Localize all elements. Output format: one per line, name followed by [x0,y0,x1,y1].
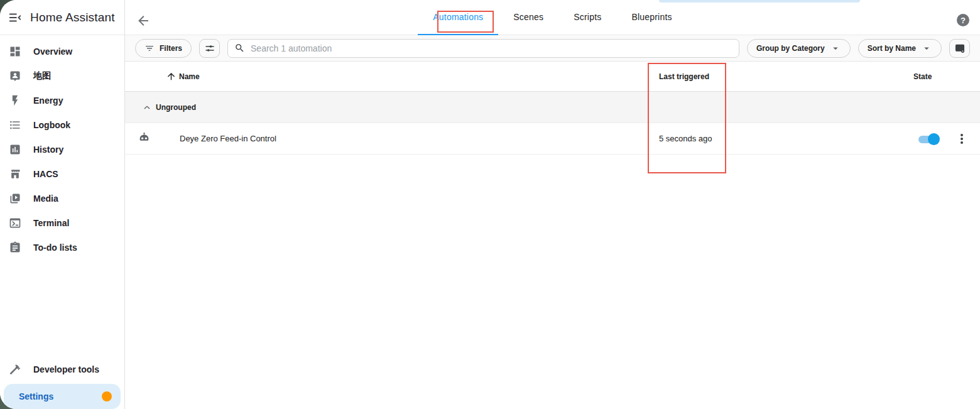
sort-by-label: Sort by Name [868,44,916,53]
sidebar-item-overview[interactable]: Overview [0,39,124,63]
table-header: Name Last triggered State [125,62,980,92]
column-header-label: Last triggered [659,72,709,81]
toolbar: Filters Group by Category Sort by Name [125,35,980,62]
sidebar-toggle-icon[interactable] [8,10,23,25]
sidebar-item-label: Settings [19,391,53,401]
sidebar-item-media[interactable]: Media [0,186,124,210]
sort-arrow-up-icon [166,71,177,82]
table-gear-icon [954,43,966,54]
notification-badge [102,391,112,401]
table-settings-button[interactable] [949,39,970,58]
hacs-storefront-icon [9,168,21,180]
automation-last-triggered: 5 seconds ago [659,123,712,154]
tab-blueprints[interactable]: Blueprints [616,0,687,35]
empty-area [125,155,980,409]
sidebar-item-history[interactable]: History [0,137,124,161]
sidebar-item-label: 地图 [33,70,51,82]
group-by-button[interactable]: Group by Category [747,39,851,58]
tab-automations[interactable]: Automations [418,0,498,35]
filters-button[interactable]: Filters [135,39,192,58]
sidebar-bottom: Developer tools Settings [0,357,124,409]
help-icon[interactable]: ? [957,14,969,26]
home-assistant-window: Home Assistant Overview 地图 Energy [0,0,980,409]
sidebar-item-map[interactable]: 地图 [0,63,124,88]
sidebar-item-todo-lists[interactable]: To-do lists [0,235,124,259]
robot-icon [138,132,151,145]
sidebar-item-energy[interactable]: Energy [0,88,124,112]
sidebar: Home Assistant Overview 地图 Energy [0,0,125,409]
sidebar-item-label: Logbook [33,120,70,130]
column-header-last-triggered[interactable]: Last triggered [659,62,709,91]
sidebar-item-developer-tools[interactable]: Developer tools [0,357,124,381]
logbook-icon [9,119,21,131]
main-content: Automations Scenes Scripts Blueprints ? … [125,0,980,409]
sidebar-item-terminal[interactable]: Terminal [0,210,124,235]
search-icon [234,43,245,53]
search-input[interactable] [251,43,732,53]
state-toggle[interactable] [918,133,940,145]
energy-icon [9,94,21,107]
tab-bar: Automations Scenes Scripts Blueprints [418,0,687,35]
chevron-down-icon [830,43,841,54]
group-row-ungrouped[interactable]: Ungrouped [125,92,980,123]
sidebar-item-label: Energy [33,95,63,106]
map-icon [9,70,21,82]
top-highlight-decoration [659,0,860,3]
table-row[interactable]: Deye Zero Feed-in Control 5 seconds ago [125,123,980,155]
sidebar-item-label: Terminal [33,218,69,228]
sort-by-button[interactable]: Sort by Name [858,39,942,58]
automation-name: Deye Zero Feed-in Control [180,123,276,154]
tab-scenes[interactable]: Scenes [498,0,558,35]
sidebar-item-label: To-do lists [33,243,77,253]
sidebar-item-label: Developer tools [33,364,99,374]
column-header-label: State [913,72,932,81]
media-icon [9,192,21,205]
sidebar-item-hacs[interactable]: HACS [0,161,124,186]
sidebar-item-settings[interactable]: Settings [4,384,121,409]
group-label: Ungrouped [156,92,196,123]
history-icon [9,143,21,156]
developer-tools-hammer-icon [9,363,21,376]
chevron-up-icon [141,102,153,113]
sidebar-header: Home Assistant [0,0,124,35]
tab-scripts[interactable]: Scripts [558,0,616,35]
sidebar-nav: Overview 地图 Energy Logbook History [0,35,124,259]
filter-icon [144,43,155,53]
todo-clipboard-icon [9,241,21,254]
column-header-label: Name [179,72,200,81]
sidebar-item-label: HACS [33,169,58,179]
column-settings-button[interactable] [199,39,220,58]
column-header-state[interactable]: State [913,62,932,91]
sliders-icon [204,43,215,54]
terminal-icon [9,217,21,229]
filters-button-label: Filters [160,44,182,53]
sidebar-item-label: History [33,145,63,155]
column-header-name[interactable]: Name [166,62,200,91]
chevron-down-icon [921,43,932,54]
dashboard-icon [9,45,21,58]
app-title: Home Assistant [30,11,115,25]
sidebar-item-label: Overview [33,46,72,57]
group-by-label: Group by Category [756,44,825,53]
sidebar-item-logbook[interactable]: Logbook [0,112,124,137]
search-box [227,39,739,58]
toggle-knob [928,133,940,145]
row-menu-icon[interactable] [954,131,969,146]
topbar: Automations Scenes Scripts Blueprints ? [125,0,980,35]
back-arrow-icon[interactable] [136,13,151,28]
sidebar-item-label: Media [33,194,58,204]
